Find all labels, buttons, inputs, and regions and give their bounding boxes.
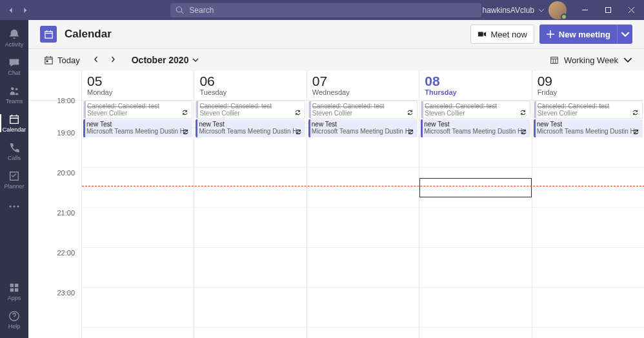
event-title: new Test (537, 121, 639, 128)
event-canceled[interactable]: Canceled: Canceled: testSteven Collier (534, 101, 643, 119)
event-details: Microsoft Teams Meeting Dustin He (86, 128, 189, 135)
prev-week[interactable] (93, 55, 99, 65)
page-title: Calendar (65, 28, 112, 41)
recurring-icon (182, 128, 190, 136)
calendar-grid: 18:00 19:00 20:00 21:00 22:00 23:00 05Mo… (28, 71, 644, 338)
event-organizer: Steven Collier (425, 110, 526, 117)
time-label: 20:00 (28, 168, 81, 208)
search-box[interactable] (170, 3, 481, 17)
event-organizer: Steven Collier (87, 110, 188, 117)
history-forward[interactable] (18, 3, 32, 17)
account-menu[interactable]: hawkinsAVclub (483, 1, 567, 19)
event-meeting[interactable]: new TestMicrosoft Teams Meeting Dustin H… (83, 119, 192, 137)
svg-point-8 (14, 206, 15, 208)
chevron-down-icon (192, 57, 199, 63)
view-selector[interactable]: Working Week (550, 55, 632, 65)
event-canceled[interactable]: Canceled: Canceled: testSteven Collier (196, 101, 305, 119)
day-number: 06 (199, 74, 301, 88)
meet-now-button[interactable]: Meet now (470, 25, 534, 44)
day-column[interactable]: 07WednesdayCanceled: Canceled: testSteve… (307, 71, 419, 338)
event-canceled[interactable]: Canceled: Canceled: testSteven Collier (421, 101, 530, 119)
selected-time-slot[interactable] (419, 178, 531, 197)
new-meeting-button[interactable]: New meeting (539, 25, 617, 44)
next-week[interactable] (110, 55, 116, 65)
month-picker[interactable]: October 2020 (132, 55, 199, 65)
time-label: 22:00 (28, 248, 81, 288)
event-organizer: Steven Collier (199, 110, 301, 117)
rail-planner[interactable]: Planner (0, 166, 28, 194)
rail-apps[interactable]: Apps (0, 277, 28, 306)
time-gutter: 18:00 19:00 20:00 21:00 22:00 23:00 (28, 71, 81, 338)
event-meeting[interactable]: new TestMicrosoft Teams Meeting Dustin H… (196, 119, 305, 137)
day-name: Wednesday (312, 88, 414, 96)
video-icon (478, 30, 487, 39)
day-body[interactable]: Canceled: Canceled: testSteven Collierne… (419, 101, 531, 328)
close-button[interactable] (621, 0, 641, 20)
svg-point-9 (17, 206, 19, 208)
day-body[interactable]: Canceled: Canceled: testSteven Collierne… (82, 101, 194, 328)
rail-teams[interactable]: Teams (0, 81, 28, 109)
day-name: Tuesday (199, 88, 301, 96)
day-body[interactable]: Canceled: Canceled: testSteven Collierne… (194, 101, 306, 328)
event-canceled[interactable]: Canceled: Canceled: testSteven Collier (83, 101, 192, 119)
event-title: Canceled: Canceled: test (199, 103, 301, 110)
day-body[interactable]: Canceled: Canceled: testSteven Collierne… (307, 101, 419, 328)
minimize-button[interactable] (574, 0, 595, 20)
recurring-icon (519, 109, 527, 117)
chevron-left-icon (93, 56, 99, 63)
recurring-icon (632, 128, 640, 136)
day-header: 07Wednesday (307, 71, 419, 101)
maximize-button[interactable] (598, 0, 618, 20)
calendar-toolbar: Today October 2020 Working Week (28, 49, 644, 71)
day-header: 06Tuesday (194, 71, 306, 101)
rail-calendar[interactable]: Calendar (0, 109, 28, 137)
event-canceled[interactable]: Canceled: Canceled: testSteven Collier (308, 101, 418, 119)
event-title: new Test (199, 121, 301, 128)
chevron-down-icon (623, 55, 632, 65)
time-label: 18:00 (28, 97, 81, 124)
page-header: Calendar Meet now New meeting (28, 20, 644, 49)
day-name: Monday (87, 88, 188, 96)
svg-rect-15 (45, 57, 52, 63)
account-name: hawkinsAVclub (483, 6, 534, 15)
day-column[interactable]: 06TuesdayCanceled: Canceled: testSteven … (194, 71, 306, 338)
calendar-today-icon (44, 55, 54, 65)
recurring-icon (407, 128, 415, 136)
history-back[interactable] (4, 3, 18, 17)
day-column[interactable]: 09FridayCanceled: Canceled: testSteven C… (532, 71, 644, 338)
time-label: 21:00 (28, 208, 81, 248)
event-meeting[interactable]: new TestMicrosoft Teams Meeting Dustin H… (534, 119, 643, 137)
chevron-down-icon (621, 30, 630, 39)
event-title: Canceled: Canceled: test (87, 103, 188, 110)
search-input[interactable] (189, 6, 476, 15)
day-column[interactable]: 05MondayCanceled: Canceled: testSteven C… (81, 71, 194, 338)
rail-chat[interactable]: Chat (0, 52, 28, 81)
search-icon (176, 6, 184, 15)
rail-calls[interactable]: Calls (0, 137, 28, 166)
day-number: 07 (312, 74, 414, 88)
event-title: Canceled: Canceled: test (425, 103, 526, 110)
rail-help[interactable]: Help (0, 306, 28, 334)
recurring-icon (181, 109, 189, 117)
recurring-icon (632, 109, 639, 117)
event-meeting[interactable]: new TestMicrosoft Teams Meeting Dustin H… (308, 119, 418, 137)
presence-available-icon (561, 14, 567, 20)
day-header: 08Thursday (419, 71, 531, 101)
avatar (548, 1, 567, 19)
event-details: Microsoft Teams Meeting Dustin He (312, 128, 414, 135)
event-title: new Test (86, 121, 189, 128)
day-body[interactable]: Canceled: Canceled: testSteven Collierne… (532, 101, 644, 328)
calendar-app-icon (40, 26, 57, 43)
event-meeting[interactable]: new TestMicrosoft Teams Meeting Dustin H… (421, 119, 530, 137)
day-number: 05 (87, 74, 188, 88)
rail-more[interactable] (8, 197, 20, 216)
day-header: 09Friday (532, 71, 644, 101)
today-button[interactable]: Today (40, 53, 84, 68)
day-column[interactable]: 08ThursdayCanceled: Canceled: testSteven… (419, 71, 531, 338)
calendar-view-icon (550, 55, 559, 65)
new-meeting-dropdown[interactable] (617, 25, 632, 44)
rail-activity[interactable]: Activity (0, 24, 28, 52)
event-organizer: Steven Collier (538, 110, 639, 117)
day-name: Thursday (425, 88, 526, 96)
event-title: new Test (312, 121, 414, 128)
